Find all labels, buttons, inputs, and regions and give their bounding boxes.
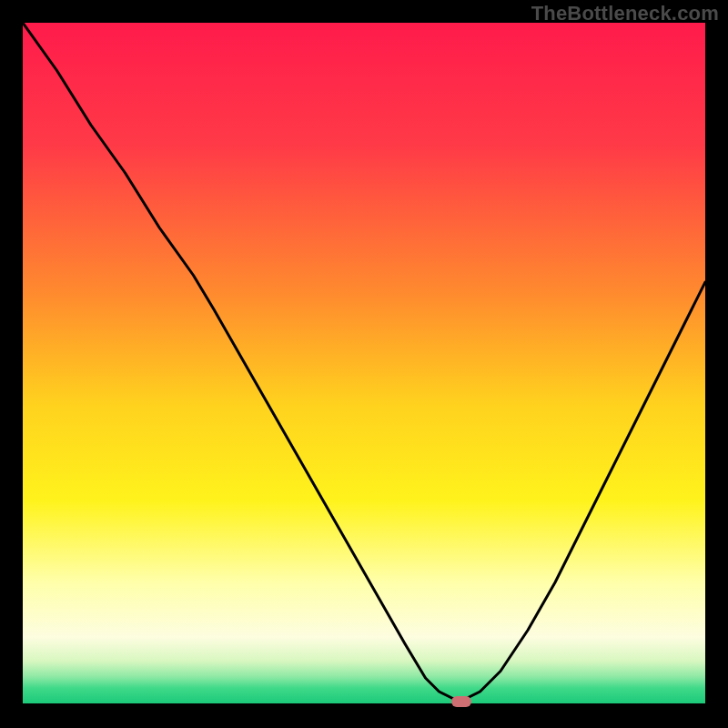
plot-area [23,23,705,705]
bottleneck-plot-svg [23,23,705,705]
watermark-text: TheBottleneck.com [531,2,719,25]
gradient-background [23,23,705,705]
chart-frame: TheBottleneck.com [0,0,728,728]
selected-point-marker [451,696,471,707]
